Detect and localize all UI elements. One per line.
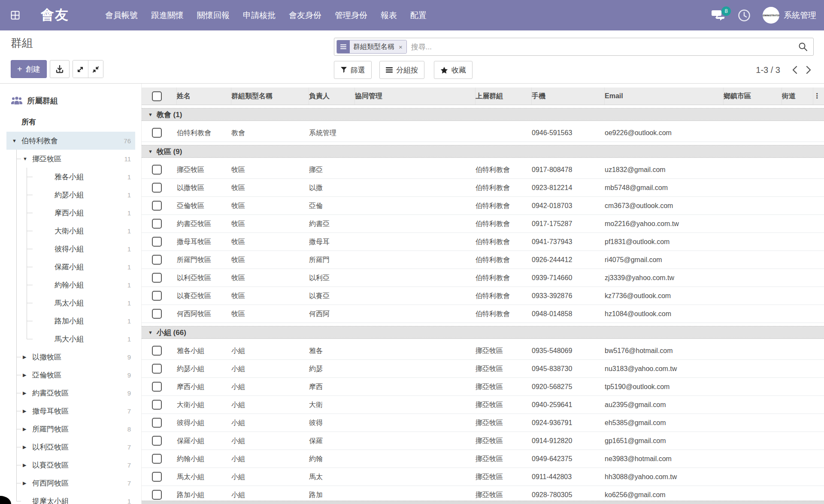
menu-item-4[interactable]: 會友身份 (289, 10, 321, 21)
facet-remove-icon[interactable]: × (398, 40, 406, 53)
menu-item-3[interactable]: 申請核批 (243, 10, 276, 21)
row-checkbox[interactable] (152, 472, 162, 482)
row-checkbox[interactable] (152, 291, 162, 301)
tree-caret-icon[interactable]: ▶ (23, 462, 32, 468)
group-caret-icon[interactable]: ▼ (148, 149, 153, 154)
tree-item[interactable]: 保羅小組1 (6, 258, 135, 276)
row-checkbox[interactable] (152, 201, 162, 211)
tree-item[interactable]: 約翰小組1 (6, 276, 135, 294)
tree-caret-icon[interactable]: ▶ (23, 372, 32, 378)
create-button[interactable]: + 創建 (11, 60, 47, 78)
select-all-checkbox[interactable] (152, 91, 162, 101)
table-row[interactable]: 撒母耳牧區牧區撒母耳伯特利教會0941-737943pf1831@outlook… (142, 233, 824, 251)
table-row[interactable]: 以撒牧區牧區以撒伯特利教會0923-812214mb5748@gmail.com (142, 179, 824, 197)
table-row[interactable]: 雅各小組小組雅各挪亞牧區0935-548069bw5176@hotmail.co… (142, 342, 824, 360)
tree-caret-icon[interactable]: ▶ (23, 354, 32, 360)
table-row[interactable]: 以利亞牧區牧區以利亞伯特利教會0939-714660zj3339@yahoo.c… (142, 269, 824, 287)
table-row[interactable]: 挪亞牧區牧區挪亞伯特利教會0917-808478uz1832@gmail.com (142, 161, 824, 179)
filters-button[interactable]: 篩選 (334, 61, 372, 79)
tree-item[interactable]: ▶何西阿牧區7 (6, 474, 135, 492)
table-row[interactable]: 約書亞牧區牧區約書亞伯特利教會0917-175287mo2216@yahoo.c… (142, 215, 824, 233)
table-row[interactable]: 何西阿牧區牧區何西阿伯特利教會0948-014858hz1084@outlook… (142, 305, 824, 323)
tree-caret-icon[interactable]: ▼ (12, 138, 21, 143)
row-checkbox[interactable] (152, 255, 162, 265)
column-header-6[interactable]: Email (605, 88, 724, 105)
column-header-0[interactable]: 姓名 (177, 88, 231, 105)
tree-caret-icon[interactable]: ▶ (23, 480, 32, 486)
row-checkbox[interactable] (152, 490, 162, 500)
column-header-5[interactable]: 手機 (532, 88, 605, 105)
row-checkbox[interactable] (152, 128, 162, 138)
favorites-button[interactable]: 收藏 (434, 61, 473, 79)
tree-item[interactable]: ▶以利亞牧區7 (6, 438, 135, 456)
row-checkbox[interactable] (152, 309, 162, 319)
column-header-2[interactable]: 負責人 (309, 88, 355, 105)
row-checkbox[interactable] (152, 346, 162, 356)
expand-all-button[interactable] (73, 60, 88, 78)
tree-item[interactable]: 約瑟小組1 (6, 186, 135, 204)
menu-item-2[interactable]: 關懷回報 (197, 10, 230, 21)
menu-item-7[interactable]: 配置 (410, 10, 427, 21)
tree-caret-icon[interactable]: ▶ (23, 390, 32, 396)
tree-caret-icon[interactable]: ▶ (23, 426, 32, 432)
row-checkbox[interactable] (152, 183, 162, 193)
tree-item[interactable]: 馬大小組1 (6, 330, 135, 348)
tree-item[interactable]: ▶所羅門牧區8 (6, 420, 135, 438)
tree-item[interactable]: 彼得小組1 (6, 240, 135, 258)
tree-item[interactable]: ▶以撒牧區9 (6, 348, 135, 366)
pager-next-button[interactable] (803, 63, 814, 77)
tree-item[interactable]: ▶撒母耳牧區7 (6, 402, 135, 420)
user-menu[interactable]: ADMINISTRATOR 系統管理 (763, 7, 816, 24)
row-checkbox[interactable] (152, 454, 162, 464)
row-checkbox[interactable] (152, 400, 162, 410)
group-header-row[interactable]: ▼小組 (66) (142, 326, 824, 339)
row-checkbox[interactable] (152, 237, 162, 247)
export-button[interactable] (50, 60, 70, 78)
menu-item-0[interactable]: 會員帳號 (105, 10, 138, 21)
apps-grid-icon[interactable] (11, 11, 20, 20)
horizontal-scrollbar[interactable] (142, 501, 824, 504)
search-bar[interactable]: 群組類型名稱 × 搜尋... (334, 38, 814, 56)
pager-prev-button[interactable] (790, 63, 800, 77)
column-header-7[interactable]: 鄉鎮市區 (724, 88, 782, 105)
table-row[interactable]: 所羅門牧區牧區所羅門伯特利教會0926-244412ri4075@gmail.c… (142, 251, 824, 269)
row-checkbox[interactable] (152, 273, 162, 283)
row-checkbox[interactable] (152, 364, 162, 374)
table-row[interactable]: 彼得小組小組彼得挪亞牧區0924-936791eh5385@gmail.com (142, 414, 824, 432)
column-header-4[interactable]: 上層群組 (476, 88, 532, 105)
tree-caret-icon[interactable]: ▼ (23, 156, 32, 161)
tree-item[interactable]: ▶約書亞牧區9 (6, 384, 135, 402)
tree-item[interactable]: 摩西小組1 (6, 204, 135, 222)
table-row[interactable]: 保羅小組小組保羅挪亞牧區0914-912820gp1651@gmail.com (142, 432, 824, 450)
tree-item[interactable]: 路加小組1 (6, 312, 135, 330)
column-header-8[interactable]: 街道 (782, 88, 813, 105)
brand-logo[interactable]: 會友 (41, 6, 69, 24)
menu-item-6[interactable]: 報表 (381, 10, 397, 21)
tree-caret-icon[interactable]: ▶ (23, 444, 32, 450)
messages-button[interactable]: 8 (711, 9, 726, 21)
tree-item[interactable]: 馬太小組1 (6, 294, 135, 312)
group-caret-icon[interactable]: ▼ (148, 112, 153, 117)
table-row[interactable]: 摩西小組小組摩西挪亞牧區0920-568275tp5190@outlook.co… (142, 378, 824, 396)
row-checkbox[interactable] (152, 436, 162, 446)
table-row[interactable]: 大衛小組小組大衛挪亞牧區0940-259641au2395@gmail.com (142, 396, 824, 414)
table-row[interactable]: 馬太小組小組馬太挪亞牧區0911-442803hh3088@yahoo.com.… (142, 468, 824, 486)
tree-caret-icon[interactable]: ▶ (23, 408, 32, 414)
group-header-row[interactable]: ▼牧區 (9) (142, 145, 824, 158)
tree-item[interactable]: 提摩太小組1 (6, 492, 135, 504)
row-checkbox[interactable] (152, 382, 162, 392)
group-caret-icon[interactable]: ▼ (148, 330, 153, 335)
menu-item-1[interactable]: 跟進關懷 (151, 10, 184, 21)
column-header-3[interactable]: 協同管理 (355, 88, 476, 105)
collapse-all-button[interactable] (88, 60, 103, 78)
tree-item[interactable]: ▼伯特利教會76 (6, 132, 135, 150)
tree-item[interactable]: 大衛小組1 (6, 222, 135, 240)
tree-item[interactable]: ▶亞倫牧區9 (6, 366, 135, 384)
tree-item[interactable]: ▶以賽亞牧區7 (6, 456, 135, 474)
table-row[interactable]: 約翰小組小組約翰挪亞牧區0949-642375ne3983@hotmail.co… (142, 450, 824, 468)
menu-item-5[interactable]: 管理身份 (335, 10, 367, 21)
table-row[interactable]: 伯特利教會教會系統管理0946-591563oe9226@outlook.com (142, 124, 824, 142)
table-row[interactable]: 以賽亞牧區牧區以賽亞伯特利教會0933-392876kz7736@outlook… (142, 287, 824, 305)
table-row[interactable]: 約瑟小組小組約瑟挪亞牧區0945-838730nu3183@yahoo.com.… (142, 360, 824, 378)
row-checkbox[interactable] (152, 165, 162, 175)
